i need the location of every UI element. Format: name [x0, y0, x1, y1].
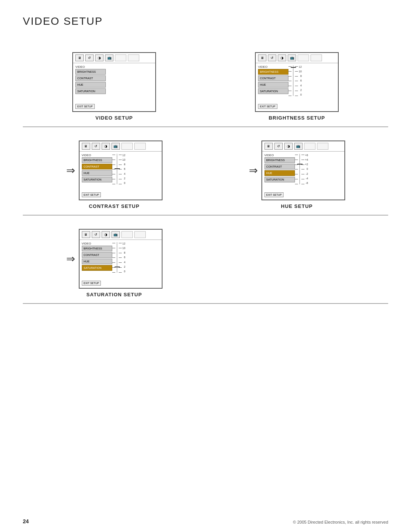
tb-blank-c2 [134, 143, 146, 150]
slider-saturation: 121086420 [112, 241, 126, 286]
icon-refresh: ↺ [85, 54, 94, 61]
numbers-saturation: 121086420 [123, 242, 126, 273]
menu-header-c: VIDEO [82, 153, 112, 157]
menu-contrast-h: CONTRAST [264, 164, 295, 169]
icon-tv-b: 📺 [288, 54, 296, 61]
row-3: ⇒ 🖥 ↺ ◑ 📺 VIDEO BRIGHTNESS CONTRAST HUE [23, 216, 388, 304]
icon-monitor-c: 🖥 [82, 143, 90, 150]
icon-contrast-b: ◑ [278, 54, 286, 61]
toolbar-saturation: 🖥 ↺ ◑ 📺 [80, 230, 162, 240]
exit-btn-b[interactable]: EXIT SETUP [258, 104, 277, 109]
caption-video-setup: VIDEO SETUP [96, 115, 133, 121]
arrow-saturation: ⇒ [66, 252, 75, 265]
toolbar-contrast: 🖥 ↺ ◑ 📺 [80, 141, 162, 152]
page-number: 24 [23, 518, 29, 524]
screen-contrast-setup: 🖥 ↺ ◑ 📺 VIDEO BRIGHTNESS CONTRAST HUE SA… [79, 141, 162, 200]
tb-blank-h1 [304, 143, 315, 150]
body-hue: VIDEO BRIGHTNESS CONTRAST HUE SATURATION… [262, 152, 344, 200]
tb-blank-s1 [121, 231, 133, 238]
menu-hue-b: HUE [258, 82, 288, 88]
screen-hue-setup: 🖥 ↺ ◑ 📺 VIDEO BRIGHTNESS CONTRAST HUE SA… [261, 141, 345, 200]
arrow-hue: ⇒ [249, 164, 258, 177]
menu-header-1: VIDEO [75, 65, 106, 69]
cell-video-setup: 🖥 ↺ ◑ 📺 VIDEO BRIGHTNESS CONTRAST HUE SA… [23, 45, 206, 125]
menu-contrast-c: CONTRAST [82, 164, 112, 169]
body-contrast: VIDEO BRIGHTNESS CONTRAST HUE SATURATION… [80, 152, 162, 200]
menu-col-hue: VIDEO BRIGHTNESS CONTRAST HUE SATURATION… [264, 153, 295, 197]
menu-hue-s: HUE [82, 259, 112, 264]
icon-monitor-s: 🖥 [82, 231, 90, 238]
cell-contrast-setup: ⇒ 🖥 ↺ ◑ 📺 VIDEO BRIGHTNESS CONTRAST HUE [23, 133, 206, 213]
menu-col-contrast: VIDEO BRIGHTNESS CONTRAST HUE SATURATION… [82, 153, 112, 197]
exit-btn-s[interactable]: EXIT SETUP [82, 281, 101, 286]
copyright-text: © 2005 Directed Electronics, Inc. all ri… [293, 520, 388, 524]
tb-blank-c1 [121, 143, 133, 150]
toolbar-hue: 🖥 ↺ ◑ 📺 [262, 141, 344, 152]
menu-saturation-1: SATURATION [75, 88, 106, 94]
tb-blank-1 [115, 54, 126, 61]
icon-contrast-h: ◑ [284, 143, 293, 150]
icon-contrast: ◑ [95, 54, 104, 61]
exit-btn-c[interactable]: EXIT SETUP [82, 192, 101, 197]
icon-tv: 📺 [105, 54, 113, 61]
menu-header-s: VIDEO [82, 241, 112, 246]
screen-video-setup: 🖥 ↺ ◑ 📺 VIDEO BRIGHTNESS CONTRAST HUE SA… [72, 52, 156, 112]
menu-brightness-s: BRIGHTNESS [82, 246, 112, 251]
numbers-hue: +6+4+20-2-4-6 [305, 154, 308, 184]
icon-monitor: 🖥 [75, 54, 84, 61]
tb-blank-b1 [298, 54, 309, 61]
icon-tv-s: 📺 [112, 231, 120, 238]
body-video-setup: VIDEO BRIGHTNESS CONTRAST HUE SATURATION… [73, 63, 155, 111]
icon-tv-c: 📺 [112, 143, 120, 150]
caption-contrast-setup: CONTRAST SETUP [89, 203, 139, 209]
menu-brightness-b: BRIGHTNESS [258, 69, 288, 75]
tb-blank-s2 [134, 231, 146, 238]
icon-refresh-c: ↺ [92, 143, 100, 150]
body-brightness: VIDEO BRIGHTNESS CONTRAST HUE SATURATION… [256, 63, 338, 111]
caption-saturation-setup: SATURATION SETUP [86, 292, 142, 297]
row-1: 🖥 ↺ ◑ 📺 VIDEO BRIGHTNESS CONTRAST HUE SA… [23, 39, 388, 127]
page-title: VIDEO SETUP [23, 15, 388, 27]
menu-header-b: VIDEO [258, 65, 288, 69]
menu-saturation-b: SATURATION [258, 88, 288, 94]
numbers-brightness: 121086420 [299, 66, 302, 96]
cell-empty [206, 221, 388, 301]
numbers-contrast: 121086420 [123, 154, 126, 184]
cell-hue-setup: ⇒ 🖥 ↺ ◑ 📺 VIDEO BRIGHTNESS CONTRAST HUE [206, 133, 388, 213]
menu-col-brightness: VIDEO BRIGHTNESS CONTRAST HUE SATURATION… [258, 65, 288, 109]
caption-hue-setup: HUE SETUP [281, 203, 312, 209]
menu-brightness-c: BRIGHTNESS [82, 157, 112, 163]
menu-header-h: VIDEO [264, 153, 295, 157]
slider-hue: +6+4+20-2-4-6 [295, 153, 308, 197]
slider-brightness: 121086420 [288, 65, 302, 109]
tb-blank-h2 [317, 143, 328, 150]
icon-refresh-b: ↺ [268, 54, 276, 61]
menu-saturation-h: SATURATION [264, 177, 295, 182]
menu-col-saturation: VIDEO BRIGHTNESS CONTRAST HUE SATURATION… [82, 241, 112, 286]
caption-brightness-setup: BRIGHTNESS SETUP [269, 115, 325, 121]
icon-refresh-h: ↺ [274, 143, 283, 150]
menu-contrast-b: CONTRAST [258, 75, 288, 81]
screen-brightness-setup: 🖥 ↺ ◑ 📺 VIDEO BRIGHTNESS CONTRAST HUE SA… [255, 52, 339, 112]
row-2: ⇒ 🖥 ↺ ◑ 📺 VIDEO BRIGHTNESS CONTRAST HUE [23, 127, 388, 216]
icon-contrast-s: ◑ [102, 231, 110, 238]
cell-saturation-setup: ⇒ 🖥 ↺ ◑ 📺 VIDEO BRIGHTNESS CONTRAST HUE [23, 221, 206, 301]
tb-blank-2 [128, 54, 139, 61]
menu-saturation-c: SATURATION [82, 177, 112, 182]
exit-btn-1[interactable]: EXIT SETUP [75, 104, 95, 109]
slider-contrast: 121086420 [112, 153, 126, 197]
body-saturation: VIDEO BRIGHTNESS CONTRAST HUE SATURATION… [80, 240, 162, 288]
screen-saturation-setup: 🖥 ↺ ◑ 📺 VIDEO BRIGHTNESS CONTRAST HUE SA… [79, 229, 162, 289]
toolbar-brightness: 🖥 ↺ ◑ 📺 [256, 53, 338, 63]
menu-brightness-h: BRIGHTNESS [264, 157, 295, 163]
icon-refresh-s: ↺ [92, 231, 100, 238]
menu-contrast-1: CONTRAST [75, 75, 106, 81]
exit-btn-h[interactable]: EXIT SETUP [264, 192, 284, 197]
icon-contrast-c: ◑ [102, 143, 110, 150]
menu-brightness-1: BRIGHTNESS [75, 69, 106, 75]
menu-hue-c: HUE [82, 170, 112, 176]
tb-blank-b2 [311, 54, 322, 61]
menu-hue-1: HUE [75, 82, 106, 88]
toolbar-video-setup: 🖥 ↺ ◑ 📺 [73, 53, 155, 63]
arrow-contrast: ⇒ [66, 164, 75, 177]
